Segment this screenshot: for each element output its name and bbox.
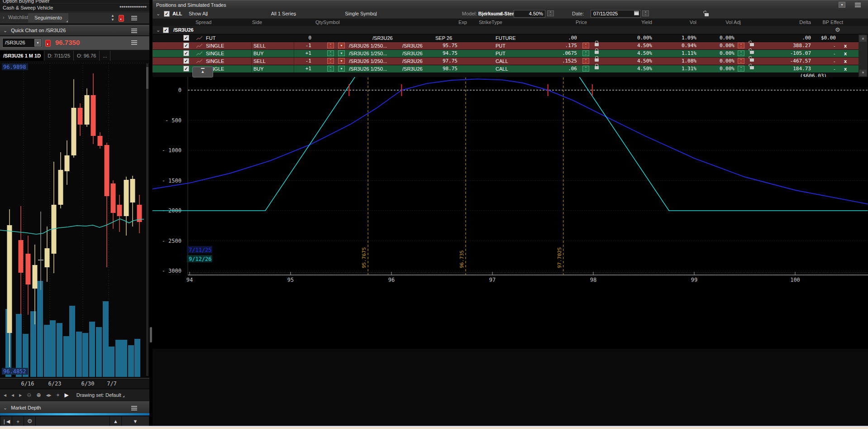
qty-dropdown-icon[interactable]: ▼ (338, 43, 345, 48)
cursor-icon[interactable]: ▶ (64, 389, 68, 401)
chart-more-cell[interactable]: ... (100, 51, 110, 61)
quick-chart-menu-icon[interactable] (131, 29, 137, 29)
interest-lock-icon[interactable] (705, 13, 709, 16)
price-stepper[interactable]: +− (582, 66, 589, 72)
remove-x-icon[interactable]: x (844, 58, 847, 65)
price-lock-icon[interactable] (595, 66, 599, 69)
interest-stepper[interactable]: +− (547, 10, 554, 16)
calendar-icon[interactable] (634, 11, 639, 15)
collapse-chevron-icon[interactable]: ⌄ (3, 28, 7, 33)
remove-dash[interactable]: - (834, 58, 835, 65)
link-badge-icon[interactable] (119, 15, 124, 22)
row-checkbox[interactable]: ✓ (183, 43, 189, 48)
interest-input[interactable]: 4.50% (514, 10, 545, 18)
drawing-set-selector[interactable]: Drawing set: Default (76, 392, 125, 398)
cell-symbol[interactable]: /SR3U26 1/250... (349, 65, 387, 72)
cell-strike[interactable]: 98.75 (443, 65, 458, 72)
positions-date-input[interactable]: 07/11/2025 (591, 10, 641, 18)
scroll-left-icon[interactable]: ◂ (4, 389, 6, 401)
vol-adj-stepper[interactable]: +− (738, 43, 744, 48)
step-forward-icon[interactable]: ▸ (19, 389, 22, 401)
row-checkbox[interactable]: ✓ (183, 50, 189, 56)
vol-adj-lock-icon[interactable] (750, 51, 754, 54)
zoom-in-icon[interactable]: ⊕ (36, 389, 41, 401)
symbol-group-row[interactable]: ⌄ ✓ /SR3U26 ⚙ (153, 26, 868, 34)
position-row-buy-put[interactable]: ✓SINGLEBUY+1+−▼/SR3U26 1/250.../SR3U2694… (153, 50, 858, 58)
qty-dropdown-icon[interactable]: ▼ (338, 50, 345, 56)
qty-stepper[interactable]: +− (327, 58, 334, 64)
positions-menu-icon[interactable] (855, 3, 861, 4)
qty-dropdown-icon[interactable]: ▼ (338, 58, 345, 64)
collapse-chevron-icon[interactable]: ⌄ (156, 9, 160, 19)
all-checkbox[interactable]: ✓ (164, 11, 170, 17)
candlestick-chart[interactable]: 96.989896.4852 (0, 62, 149, 379)
cell-type[interactable]: PUT (496, 50, 506, 57)
price-lock-icon[interactable] (595, 58, 599, 62)
price-stepper[interactable]: +− (582, 50, 589, 56)
vol-adj-lock-icon[interactable] (750, 43, 754, 46)
collapse-to-top-button[interactable]: ▲ (192, 67, 213, 77)
group-settings-gear-icon[interactable]: ⚙ (835, 26, 840, 34)
panel-splitter[interactable] (149, 0, 153, 429)
go-first-icon[interactable]: ❘◀ (0, 416, 12, 426)
qty-stepper[interactable]: +− (327, 43, 334, 48)
row-checkbox[interactable]: ✓ (183, 66, 189, 72)
watchlist-tab-seguimiento[interactable]: Seguimiento (28, 13, 68, 23)
scroll-down-icon[interactable]: ▼ (859, 70, 867, 76)
positions-date-stepper[interactable]: +− (642, 10, 649, 16)
position-row-buy-call[interactable]: ✓SINGLEBUY+1+−▼/SR3U26 1/250.../SR3U2698… (153, 65, 858, 73)
watchlist-label[interactable]: Watchlist (8, 14, 28, 20)
cell-side[interactable]: BUY (253, 65, 264, 72)
cell-type[interactable]: PUT (496, 42, 506, 49)
qty-stepper[interactable]: +− (327, 66, 334, 72)
add-icon[interactable]: ＋ (12, 416, 24, 426)
vol-adj-stepper[interactable]: +− (738, 58, 744, 64)
mini-chart-icon[interactable] (196, 58, 203, 64)
vol-adj-lock-icon[interactable] (750, 66, 754, 69)
cell-type[interactable]: CALL (496, 58, 508, 65)
remove-x-icon[interactable]: x (844, 50, 847, 57)
position-row-sell-put[interactable]: ✓SINGLESELL-1+−▼/SR3U26 1/250.../SR3U269… (153, 42, 858, 50)
settings-gear-icon[interactable]: ⚙ (24, 416, 36, 426)
cell-exp[interactable]: /SR3U26 (402, 50, 423, 57)
remove-x-icon[interactable]: x (844, 42, 847, 49)
price-stepper[interactable]: +− (582, 43, 589, 48)
vol-adj-stepper[interactable]: +− (738, 50, 744, 56)
link-badge-icon[interactable] (45, 40, 51, 47)
scroll-up-icon[interactable]: ▲ (859, 35, 867, 42)
positions-scrollbar[interactable]: ▲ ▼ (858, 34, 868, 77)
cell-side[interactable]: SELL (253, 42, 266, 49)
position-row-future[interactable]: ✓FUT0/SR3U26SEP 26FUTURE.000.00%1.09%0.0… (153, 34, 858, 42)
qty-stepper[interactable]: +− (327, 50, 334, 56)
crosshair-icon[interactable]: ⌖ (57, 389, 60, 401)
vol-adj-stepper[interactable]: +− (738, 66, 744, 72)
cell-symbol[interactable]: /SR3U26 1/250... (349, 42, 387, 49)
symbol-input[interactable]: /SR3U26 ▼ (2, 38, 42, 48)
market-depth-menu-icon[interactable] (131, 406, 137, 407)
scroll-down-icon[interactable]: ▼ (122, 416, 149, 426)
position-row-sell-call[interactable]: ✓SINGLESELL-1+−▼/SR3U26 1/250.../SR3U269… (153, 58, 858, 65)
symbol-row-menu-icon[interactable] (131, 40, 137, 41)
cell-exp[interactable]: /SR3U26 (402, 58, 423, 65)
remove-dash[interactable]: - (834, 50, 835, 57)
remove-dash[interactable]: - (834, 42, 835, 49)
symbol-mode-dropdown[interactable]: Single Symbol (345, 11, 377, 16)
cell-symbol[interactable]: /SR3U26 1/250... (349, 58, 387, 65)
price-lock-icon[interactable] (595, 43, 599, 46)
row-checkbox[interactable]: ✓ (183, 35, 189, 41)
cell-spread[interactable]: SINGLE (206, 42, 224, 49)
watchlist-chevron-icon[interactable]: › (3, 14, 5, 20)
price-stepper[interactable]: +− (582, 58, 589, 64)
market-depth-header[interactable]: ⌄ Market Depth (0, 401, 149, 414)
reorder-arrows-icon[interactable]: ▲▼ (110, 14, 115, 22)
qty-dropdown-icon[interactable]: ▼ (338, 66, 345, 72)
cell-type[interactable]: CALL (496, 65, 508, 72)
pan-horizontal-icon[interactable]: ◂▸ (46, 389, 52, 401)
watchlist-menu-icon[interactable] (131, 16, 137, 17)
cell-side[interactable]: SELL (253, 58, 266, 65)
step-back-icon[interactable]: ◂ (11, 389, 14, 401)
scroll-up-icon[interactable]: ▲ (110, 416, 122, 426)
cell-spread[interactable]: FUT (206, 34, 215, 42)
mini-chart-icon[interactable] (196, 35, 203, 41)
collapse-chevron-icon[interactable]: ⌄ (3, 405, 7, 410)
